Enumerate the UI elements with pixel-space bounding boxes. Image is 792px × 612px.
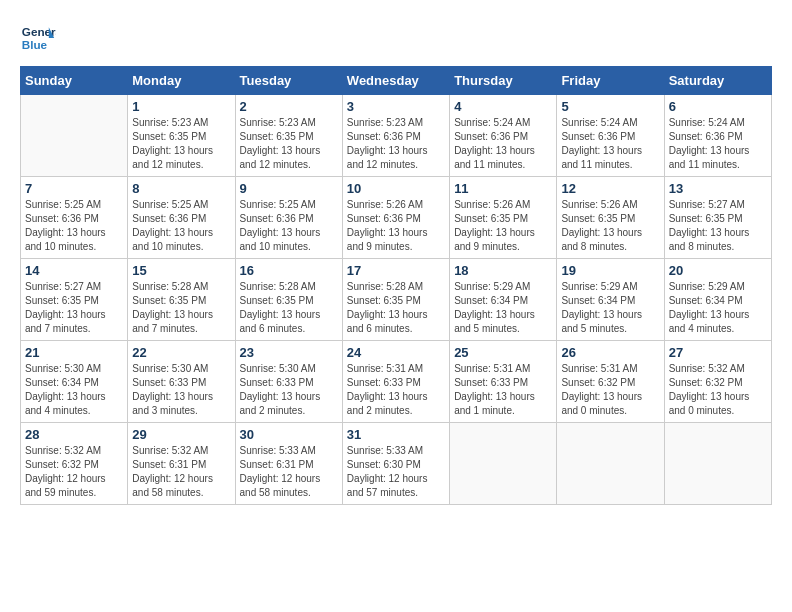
day-number: 8 [132,181,230,196]
calendar-cell: 22Sunrise: 5:30 AM Sunset: 6:33 PM Dayli… [128,341,235,423]
logo-icon: General Blue [20,20,56,56]
calendar-cell: 28Sunrise: 5:32 AM Sunset: 6:32 PM Dayli… [21,423,128,505]
calendar-cell: 6Sunrise: 5:24 AM Sunset: 6:36 PM Daylig… [664,95,771,177]
cell-info: Sunrise: 5:30 AM Sunset: 6:33 PM Dayligh… [240,362,338,418]
cell-info: Sunrise: 5:24 AM Sunset: 6:36 PM Dayligh… [561,116,659,172]
calendar-cell: 31Sunrise: 5:33 AM Sunset: 6:30 PM Dayli… [342,423,449,505]
day-number: 28 [25,427,123,442]
cell-info: Sunrise: 5:23 AM Sunset: 6:35 PM Dayligh… [240,116,338,172]
col-header-friday: Friday [557,67,664,95]
calendar-cell: 21Sunrise: 5:30 AM Sunset: 6:34 PM Dayli… [21,341,128,423]
day-number: 24 [347,345,445,360]
cell-info: Sunrise: 5:26 AM Sunset: 6:36 PM Dayligh… [347,198,445,254]
calendar-cell: 23Sunrise: 5:30 AM Sunset: 6:33 PM Dayli… [235,341,342,423]
svg-text:Blue: Blue [22,38,48,51]
calendar-cell: 16Sunrise: 5:28 AM Sunset: 6:35 PM Dayli… [235,259,342,341]
page-header: General Blue [20,20,772,56]
cell-info: Sunrise: 5:25 AM Sunset: 6:36 PM Dayligh… [240,198,338,254]
calendar-cell [557,423,664,505]
cell-info: Sunrise: 5:28 AM Sunset: 6:35 PM Dayligh… [132,280,230,336]
cell-info: Sunrise: 5:33 AM Sunset: 6:31 PM Dayligh… [240,444,338,500]
cell-info: Sunrise: 5:26 AM Sunset: 6:35 PM Dayligh… [561,198,659,254]
day-number: 4 [454,99,552,114]
day-number: 1 [132,99,230,114]
cell-info: Sunrise: 5:29 AM Sunset: 6:34 PM Dayligh… [454,280,552,336]
calendar-cell: 18Sunrise: 5:29 AM Sunset: 6:34 PM Dayli… [450,259,557,341]
day-number: 21 [25,345,123,360]
calendar-cell: 29Sunrise: 5:32 AM Sunset: 6:31 PM Dayli… [128,423,235,505]
day-number: 15 [132,263,230,278]
cell-info: Sunrise: 5:28 AM Sunset: 6:35 PM Dayligh… [240,280,338,336]
col-header-wednesday: Wednesday [342,67,449,95]
calendar-cell: 13Sunrise: 5:27 AM Sunset: 6:35 PM Dayli… [664,177,771,259]
calendar-cell: 30Sunrise: 5:33 AM Sunset: 6:31 PM Dayli… [235,423,342,505]
cell-info: Sunrise: 5:25 AM Sunset: 6:36 PM Dayligh… [25,198,123,254]
day-number: 12 [561,181,659,196]
day-number: 9 [240,181,338,196]
calendar-cell: 7Sunrise: 5:25 AM Sunset: 6:36 PM Daylig… [21,177,128,259]
cell-info: Sunrise: 5:32 AM Sunset: 6:32 PM Dayligh… [25,444,123,500]
calendar-cell: 12Sunrise: 5:26 AM Sunset: 6:35 PM Dayli… [557,177,664,259]
day-number: 2 [240,99,338,114]
day-number: 3 [347,99,445,114]
day-number: 29 [132,427,230,442]
col-header-sunday: Sunday [21,67,128,95]
day-number: 10 [347,181,445,196]
cell-info: Sunrise: 5:24 AM Sunset: 6:36 PM Dayligh… [454,116,552,172]
calendar-cell: 27Sunrise: 5:32 AM Sunset: 6:32 PM Dayli… [664,341,771,423]
cell-info: Sunrise: 5:32 AM Sunset: 6:31 PM Dayligh… [132,444,230,500]
calendar-cell: 19Sunrise: 5:29 AM Sunset: 6:34 PM Dayli… [557,259,664,341]
cell-info: Sunrise: 5:30 AM Sunset: 6:33 PM Dayligh… [132,362,230,418]
cell-info: Sunrise: 5:31 AM Sunset: 6:32 PM Dayligh… [561,362,659,418]
cell-info: Sunrise: 5:23 AM Sunset: 6:35 PM Dayligh… [132,116,230,172]
calendar-cell: 10Sunrise: 5:26 AM Sunset: 6:36 PM Dayli… [342,177,449,259]
cell-info: Sunrise: 5:25 AM Sunset: 6:36 PM Dayligh… [132,198,230,254]
cell-info: Sunrise: 5:23 AM Sunset: 6:36 PM Dayligh… [347,116,445,172]
day-number: 25 [454,345,552,360]
calendar-cell: 25Sunrise: 5:31 AM Sunset: 6:33 PM Dayli… [450,341,557,423]
calendar-table: SundayMondayTuesdayWednesdayThursdayFrid… [20,66,772,505]
day-number: 7 [25,181,123,196]
day-number: 22 [132,345,230,360]
calendar-cell: 24Sunrise: 5:31 AM Sunset: 6:33 PM Dayli… [342,341,449,423]
day-number: 11 [454,181,552,196]
cell-info: Sunrise: 5:32 AM Sunset: 6:32 PM Dayligh… [669,362,767,418]
day-number: 19 [561,263,659,278]
calendar-cell: 8Sunrise: 5:25 AM Sunset: 6:36 PM Daylig… [128,177,235,259]
calendar-cell: 1Sunrise: 5:23 AM Sunset: 6:35 PM Daylig… [128,95,235,177]
cell-info: Sunrise: 5:31 AM Sunset: 6:33 PM Dayligh… [347,362,445,418]
cell-info: Sunrise: 5:31 AM Sunset: 6:33 PM Dayligh… [454,362,552,418]
day-number: 13 [669,181,767,196]
calendar-cell: 26Sunrise: 5:31 AM Sunset: 6:32 PM Dayli… [557,341,664,423]
calendar-cell: 5Sunrise: 5:24 AM Sunset: 6:36 PM Daylig… [557,95,664,177]
calendar-cell: 20Sunrise: 5:29 AM Sunset: 6:34 PM Dayli… [664,259,771,341]
cell-info: Sunrise: 5:24 AM Sunset: 6:36 PM Dayligh… [669,116,767,172]
day-number: 6 [669,99,767,114]
day-number: 27 [669,345,767,360]
day-number: 30 [240,427,338,442]
day-number: 14 [25,263,123,278]
logo: General Blue [20,20,56,56]
cell-info: Sunrise: 5:29 AM Sunset: 6:34 PM Dayligh… [669,280,767,336]
calendar-cell: 15Sunrise: 5:28 AM Sunset: 6:35 PM Dayli… [128,259,235,341]
day-number: 17 [347,263,445,278]
calendar-cell [21,95,128,177]
day-number: 18 [454,263,552,278]
cell-info: Sunrise: 5:27 AM Sunset: 6:35 PM Dayligh… [25,280,123,336]
day-number: 20 [669,263,767,278]
calendar-cell [664,423,771,505]
cell-info: Sunrise: 5:33 AM Sunset: 6:30 PM Dayligh… [347,444,445,500]
day-number: 5 [561,99,659,114]
cell-info: Sunrise: 5:30 AM Sunset: 6:34 PM Dayligh… [25,362,123,418]
calendar-cell: 14Sunrise: 5:27 AM Sunset: 6:35 PM Dayli… [21,259,128,341]
col-header-monday: Monday [128,67,235,95]
day-number: 23 [240,345,338,360]
day-number: 31 [347,427,445,442]
day-number: 16 [240,263,338,278]
cell-info: Sunrise: 5:27 AM Sunset: 6:35 PM Dayligh… [669,198,767,254]
col-header-thursday: Thursday [450,67,557,95]
calendar-cell: 4Sunrise: 5:24 AM Sunset: 6:36 PM Daylig… [450,95,557,177]
cell-info: Sunrise: 5:28 AM Sunset: 6:35 PM Dayligh… [347,280,445,336]
calendar-cell: 2Sunrise: 5:23 AM Sunset: 6:35 PM Daylig… [235,95,342,177]
col-header-saturday: Saturday [664,67,771,95]
